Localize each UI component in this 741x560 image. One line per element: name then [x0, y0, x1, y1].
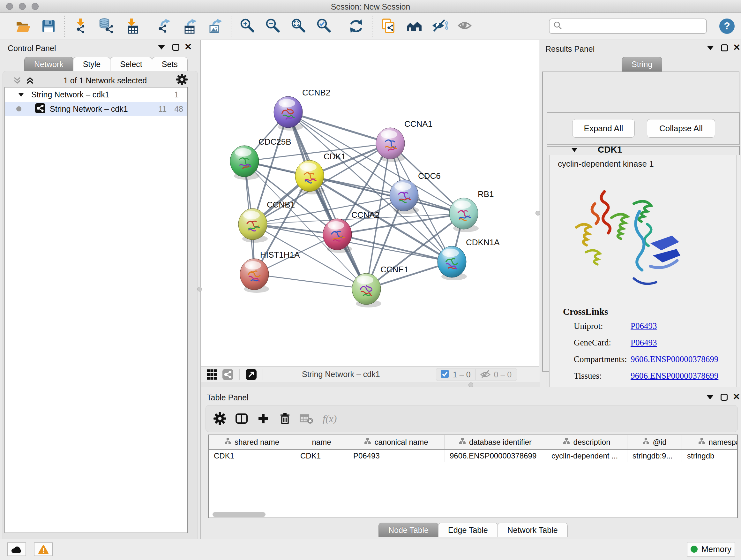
selected-checkbox-icon[interactable] — [441, 370, 449, 379]
collapse-all-networks-icon[interactable] — [12, 76, 22, 86]
table-tab-edge-table[interactable]: Edge Table — [438, 523, 498, 537]
section-collapse-icon[interactable] — [571, 147, 578, 154]
control-tab-network[interactable]: Network — [24, 57, 73, 71]
delete-table-icon-disabled — [300, 412, 314, 426]
table-panel-maximize-icon[interactable] — [721, 394, 728, 401]
clone-network-icon[interactable] — [380, 17, 397, 35]
results-panel-maximize-icon[interactable] — [721, 44, 728, 51]
application-window: Session: New Session ? Control Panel ✕ N… — [0, 0, 741, 560]
network-node-CCNB1[interactable]: CCNB1 — [239, 200, 295, 243]
import-table-file-icon[interactable] — [123, 17, 141, 35]
column-label: database identifier — [469, 438, 532, 447]
network-options-gear-icon[interactable] — [176, 74, 188, 86]
collapse-all-button[interactable]: Collapse All — [647, 119, 715, 138]
results-panel-close-icon[interactable]: ✕ — [733, 44, 740, 51]
crosslink-link[interactable]: 9606.ENSP00000378699 — [630, 354, 718, 364]
crosslink-row: Uniprot:P06493 — [574, 321, 727, 338]
birdseye-grid-icon[interactable] — [205, 368, 219, 381]
right-splitter-grip[interactable] — [536, 211, 540, 215]
export-table-icon[interactable] — [181, 17, 199, 35]
create-column-icon[interactable] — [256, 412, 270, 426]
toggle-graphics-details-icon[interactable] — [430, 17, 448, 35]
export-image-icon[interactable] — [206, 17, 224, 35]
column-header-shared-name[interactable]: shared name — [209, 435, 295, 449]
node-label-CCNE1: CCNE1 — [381, 265, 408, 274]
network-row-selected[interactable]: String Network – cdk1 11 48 — [5, 102, 187, 116]
network-node-CDC6[interactable]: CDC6 — [390, 171, 441, 214]
zoom-selected-icon[interactable] — [315, 17, 333, 35]
column-header-description[interactable]: description — [546, 435, 627, 449]
column-namespace-icon — [698, 438, 705, 447]
save-session-icon[interactable] — [40, 17, 57, 35]
control-panel-maximize-icon[interactable] — [172, 44, 179, 51]
update-view-icon[interactable] — [347, 17, 365, 35]
table-row[interactable]: CDK1CDK1P064939606.ENSP00000378699cyclin… — [209, 450, 737, 462]
crosslink-link[interactable]: P06493 — [630, 338, 657, 348]
network-node-CCNE1[interactable]: CCNE1 — [352, 265, 408, 307]
crosslink-link[interactable]: 9606.ENSP00000378699 — [630, 371, 718, 381]
zoom-out-icon[interactable] — [264, 17, 282, 35]
network-selection-status: 1 of 1 Network selected — [64, 76, 147, 85]
zoom-fit-content-icon[interactable] — [289, 17, 307, 35]
crosslink-link[interactable]: P06493 — [630, 321, 657, 331]
control-panel-close-icon[interactable]: ✕ — [185, 44, 192, 51]
warnings-button[interactable] — [34, 543, 53, 556]
network-view-toolbar: String Network – cdk1 1 – 0 0 – 0 — [201, 366, 539, 382]
status-bar: Memory — [0, 539, 741, 560]
search-input[interactable] — [565, 22, 699, 30]
toolbar-separator — [372, 16, 373, 37]
delete-column-icon[interactable] — [278, 412, 292, 426]
expand-all-button[interactable]: Expand All — [572, 119, 635, 138]
network-collection-row[interactable]: String Network – cdk1 1 — [5, 87, 187, 102]
table-panel-float-icon[interactable] — [706, 395, 714, 399]
table-options-gear-icon[interactable] — [213, 412, 227, 426]
help-button[interactable]: ? — [719, 18, 735, 34]
network-edge-count: 48 — [174, 105, 183, 114]
column-header-canonical-name[interactable]: canonical name — [348, 435, 445, 449]
network-node-CCNA1[interactable]: CCNA1 — [376, 119, 432, 162]
column-namespace-icon — [364, 438, 371, 447]
table-panel-close-icon[interactable]: ✕ — [733, 393, 740, 400]
protein-name: CDK1 — [598, 145, 622, 155]
bottom-splitter-grip[interactable] — [468, 382, 473, 387]
results-tab-string[interactable]: String — [622, 57, 662, 71]
network-node-RB1[interactable]: RB1 — [449, 189, 494, 232]
memory-button[interactable]: Memory — [687, 542, 735, 557]
network-edge-CDK1-RB1[interactable] — [310, 176, 464, 213]
table-hscroll-thumb[interactable] — [212, 512, 266, 517]
node-label-CCNA1: CCNA1 — [404, 119, 432, 129]
network-edge-CCNB2-CCNA1[interactable] — [288, 112, 390, 143]
zoom-in-icon[interactable] — [239, 17, 256, 35]
import-network-from-database-icon[interactable] — [97, 17, 115, 35]
automation-cloud-button[interactable] — [7, 543, 26, 556]
control-panel-float-icon[interactable] — [158, 45, 165, 50]
results-panel: Results Panel ✕ String Expand All Collap… — [540, 40, 741, 387]
results-scrollbar[interactable] — [736, 155, 740, 401]
show-columns-icon[interactable] — [234, 412, 249, 426]
table-tab-node-table[interactable]: Node Table — [379, 523, 439, 537]
column-header--id[interactable]: @id — [627, 435, 682, 449]
network-node-HIST1H1A[interactable]: HIST1H1A — [240, 250, 300, 293]
open-session-icon[interactable] — [14, 17, 32, 35]
network-node-CDKN1A[interactable]: CDKN1A — [437, 238, 500, 280]
network-edge-HIST1H1A-CCNE1[interactable] — [254, 274, 366, 289]
export-network-icon[interactable] — [155, 17, 173, 35]
results-panel-float-icon[interactable] — [707, 46, 714, 50]
detach-view-icon[interactable] — [244, 368, 258, 381]
control-tab-sets[interactable]: Sets — [152, 57, 188, 71]
control-tab-select[interactable]: Select — [110, 57, 152, 71]
network-edge-CCNB2-CCNE1[interactable] — [288, 112, 366, 289]
control-panel-title: Control Panel — [8, 44, 56, 53]
show-all-network-views-icon[interactable] — [405, 17, 423, 35]
column-header-name[interactable]: name — [295, 435, 348, 449]
expand-all-networks-icon[interactable] — [25, 76, 35, 86]
table-tab-network-table[interactable]: Network Table — [497, 523, 568, 537]
control-tab-style[interactable]: Style — [73, 57, 111, 71]
tree-expander-icon[interactable] — [18, 90, 24, 99]
column-header-namespace[interactable]: namespace — [682, 435, 738, 449]
import-network-file-icon[interactable] — [72, 17, 90, 35]
left-splitter-grip[interactable] — [197, 287, 202, 292]
node-label-RB1: RB1 — [478, 189, 494, 199]
column-header-database-identifier[interactable]: database identifier — [445, 435, 546, 449]
network-canvas[interactable]: CCNB2CCNA1CDC25BCDK1CDC6RB1CCNB1CCNA2CDK… — [201, 40, 539, 366]
